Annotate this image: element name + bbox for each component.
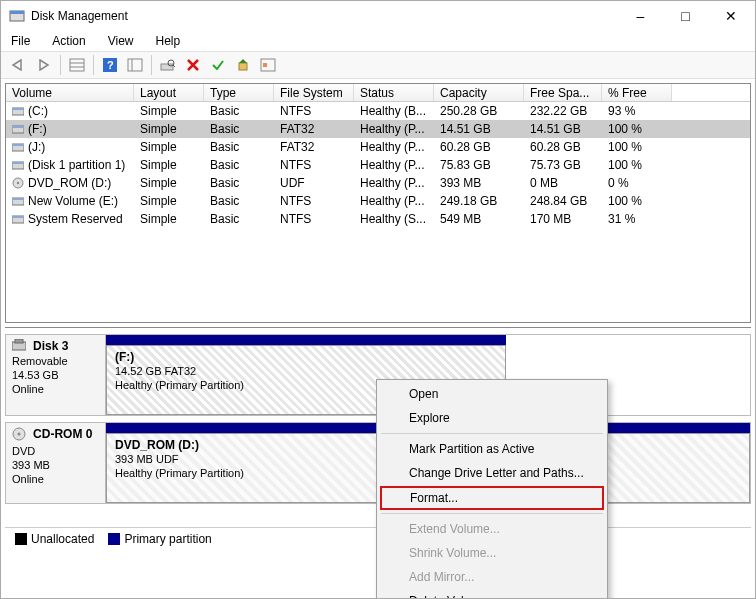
cell-fs: NTFS [274,212,354,226]
cell-fs: NTFS [274,158,354,172]
drive-icon [12,213,24,225]
col-capacity[interactable]: Capacity [434,84,524,101]
volume-row[interactable]: System ReservedSimpleBasicNTFSHealthy (S… [6,210,750,228]
svg-rect-9 [161,64,173,70]
ctx-explore[interactable]: Explore [379,406,605,430]
svg-rect-16 [12,108,24,110]
cell-free: 60.28 GB [524,140,602,154]
ctx-mark-active[interactable]: Mark Partition as Active [379,437,605,461]
volume-list[interactable]: Volume Layout Type File System Status Ca… [5,83,751,323]
volume-row[interactable]: (F:)SimpleBasicFAT32Healthy (P...14.51 G… [6,120,750,138]
cell-layout: Simple [134,158,204,172]
menu-file[interactable]: File [7,32,34,50]
col-type[interactable]: Type [204,84,274,101]
removable-icon [12,339,26,354]
col-volume[interactable]: Volume [6,84,134,101]
cell-layout: Simple [134,104,204,118]
help-button[interactable]: ? [98,54,122,76]
check-button[interactable] [206,54,230,76]
legend-primary: Primary partition [108,532,211,546]
up-button[interactable] [231,54,255,76]
menu-action[interactable]: Action [48,32,89,50]
volume-list-header: Volume Layout Type File System Status Ca… [6,84,750,102]
maximize-button[interactable]: □ [663,2,708,30]
menu-help[interactable]: Help [152,32,185,50]
app-icon [9,8,25,24]
window-title: Disk Management [31,9,618,23]
menu-view[interactable]: View [104,32,138,50]
disk-state: Online [12,383,44,395]
volume-row[interactable]: (J:)SimpleBasicFAT32Healthy (P...60.28 G… [6,138,750,156]
partition-status: Healthy (Primary Partition) [115,467,244,479]
svg-rect-22 [12,162,24,164]
cell-type: Basic [204,158,274,172]
svg-rect-26 [12,198,24,200]
cell-fs: NTFS [274,104,354,118]
disk-info: CD-ROM 0 DVD 393 MB Online [6,423,106,503]
title-bar: Disk Management – □ ✕ [1,1,755,31]
close-button[interactable]: ✕ [708,2,753,30]
cell-fs: NTFS [274,194,354,208]
col-free[interactable]: Free Spa... [524,84,602,101]
ctx-delete[interactable]: Delete Volume... [379,589,605,599]
ctx-change-letter[interactable]: Change Drive Letter and Paths... [379,461,605,485]
cell-layout: Simple [134,122,204,136]
back-button[interactable] [7,54,31,76]
cell-pct: 100 % [602,140,672,154]
volume-row[interactable]: New Volume (E:)SimpleBasicNTFSHealthy (P… [6,192,750,210]
cell-free: 232.22 GB [524,104,602,118]
ctx-format[interactable]: Format... [380,486,604,510]
disc-icon [12,427,26,444]
cell-pct: 31 % [602,212,672,226]
cell-status: Healthy (P... [354,122,434,136]
disk-size: 393 MB [12,459,50,471]
drive-icon [12,141,24,153]
volume-row[interactable]: DVD_ROM (D:)SimpleBasicUDFHealthy (P...3… [6,174,750,192]
col-status[interactable]: Status [354,84,434,101]
cell-pct: 0 % [602,176,672,190]
cell-type: Basic [204,194,274,208]
disk-title: CD-ROM 0 [33,427,92,441]
drive-icon [12,159,24,171]
svg-rect-30 [15,339,23,343]
disc-icon [12,177,24,189]
drive-icon [12,105,24,117]
rescan-button[interactable] [156,54,180,76]
cell-pct: 100 % [602,122,672,136]
svg-rect-1 [10,11,24,14]
svg-rect-28 [12,216,24,218]
minimize-button[interactable]: – [618,2,663,30]
forward-button[interactable] [32,54,56,76]
volume-name: System Reserved [28,212,123,226]
col-layout[interactable]: Layout [134,84,204,101]
svg-rect-2 [70,59,84,71]
properties-button[interactable] [123,54,147,76]
disk-type: DVD [12,445,35,457]
partition-color-bar [106,335,506,345]
volume-name: New Volume (E:) [28,194,118,208]
ctx-separator [381,513,603,514]
cell-capacity: 393 MB [434,176,524,190]
partition-size: 393 MB UDF [115,453,179,465]
col-filesystem[interactable]: File System [274,84,354,101]
svg-rect-12 [239,63,247,70]
col-pctfree[interactable]: % Free [602,84,672,101]
cell-status: Healthy (B... [354,104,434,118]
ctx-shrink: Shrink Volume... [379,541,605,565]
volume-row[interactable]: (Disk 1 partition 1)SimpleBasicNTFSHealt… [6,156,750,174]
cell-capacity: 60.28 GB [434,140,524,154]
disk-size: 14.53 GB [12,369,58,381]
volume-name: (C:) [28,104,48,118]
delete-button[interactable] [181,54,205,76]
cell-capacity: 75.83 GB [434,158,524,172]
context-menu: Open Explore Mark Partition as Active Ch… [376,379,608,599]
cell-free: 0 MB [524,176,602,190]
cell-type: Basic [204,104,274,118]
cell-type: Basic [204,140,274,154]
toolbar: ? [1,51,755,79]
ctx-open[interactable]: Open [379,382,605,406]
volume-row[interactable]: (C:)SimpleBasicNTFSHealthy (B...250.28 G… [6,102,750,120]
settings-button[interactable] [256,54,280,76]
cell-capacity: 549 MB [434,212,524,226]
view-list-button[interactable] [65,54,89,76]
